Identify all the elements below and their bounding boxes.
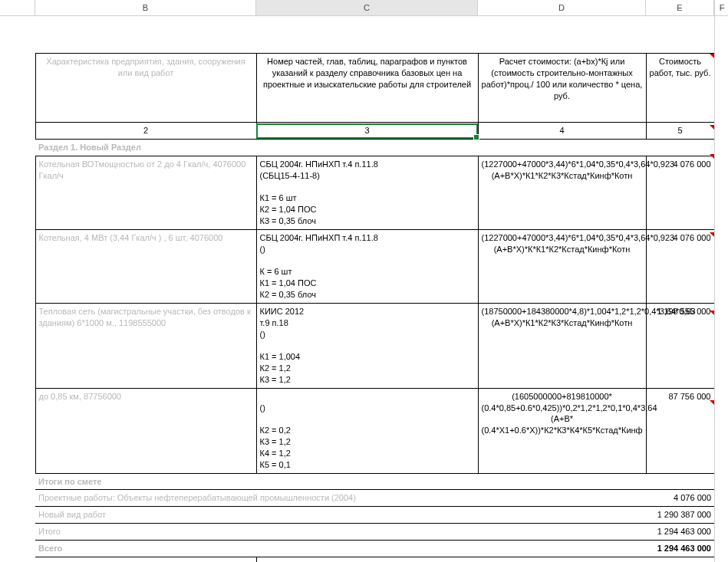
- num-B: 2: [35, 123, 256, 140]
- totals-line3-label: Итого: [35, 524, 646, 541]
- row3-C: КИИС 2012 т.9 п.18 () К1 = 1,004 К2 = 1,…: [256, 303, 478, 388]
- row4-C: () К2 = 0,2 К3 = 1,2 К4 = 1,2 К5 = 0,1: [256, 388, 478, 473]
- comment-indicator-icon: [710, 311, 714, 315]
- comment-indicator-icon: [710, 232, 714, 237]
- totals-row: Итого 1 294 463 000: [0, 524, 714, 541]
- comment-indicator-icon: [710, 54, 714, 58]
- totals-line1-value: 4 076 000: [646, 490, 714, 507]
- num-E: 5: [646, 123, 714, 140]
- col-header-gutter: [0, 0, 35, 15]
- row4-D: (1605000000+819810000*(0.4*0,85+0.6*0,42…: [478, 388, 646, 473]
- totals-line1-label: Проектные работы: Объекты нефтеперерабат…: [35, 490, 646, 507]
- row1-B: Котельная ВОТмощностью от 2 до 4 Гкал/ч,…: [35, 156, 256, 229]
- header-C[interactable]: Номер частей, глав, таблиц, параграфов и…: [256, 54, 478, 123]
- col-header-D[interactable]: D: [478, 0, 646, 15]
- totals-line4-value: 1 294 463 000: [646, 541, 714, 557]
- col-header-C[interactable]: C: [256, 0, 478, 15]
- row2-C: СБЦ 2004г. НПиНХП т.4 п.11.8 () К = 6 шт…: [256, 229, 478, 303]
- row1-C: СБЦ 2004г. НПиНХП т.4 п.11.8 (СБЦ15-4-11…: [256, 156, 478, 229]
- row4-B: до 0,85 км, 87756000: [35, 388, 256, 473]
- totals-row: Новый вид работ 1 290 387 000: [0, 507, 714, 524]
- totals-title-row: Итоги по смете: [0, 473, 714, 490]
- header-row: Характеристика предприятия, здания, соор…: [0, 54, 714, 123]
- column-letters-row: B C D E: [0, 0, 728, 16]
- header-D: Расчет стоимости: (a+bx)*Кj или (стоимос…: [478, 54, 646, 123]
- totals-title: Итоги по смете: [35, 473, 646, 490]
- comment-indicator-icon: [710, 154, 714, 159]
- data-row: Котельная ВОТмощностью от 2 до 4 Гкал/ч,…: [0, 156, 714, 229]
- row3-B: Тепловая сеть (магистральные участки, бе…: [35, 303, 256, 388]
- totals-line2-value: 1 290 387 000: [646, 507, 714, 524]
- row2-D: (1227000+47000*3,44)*6*1,04*0,35*0,4*3,6…: [478, 229, 646, 303]
- row1-D: (1227000+47000*3,44)*6*1,04*0,35*0,4*3,6…: [478, 156, 646, 229]
- row3-E: 1 198 555 000: [646, 303, 714, 388]
- num-D: 4: [478, 123, 646, 140]
- comment-indicator-icon: [710, 125, 714, 130]
- col-header-B[interactable]: B: [35, 0, 256, 15]
- col-header-E[interactable]: E: [646, 0, 714, 15]
- row3-D: (18750000+184380000*4,8)*1,004*1,2*1,2*0…: [478, 303, 646, 388]
- section-title-row: Раздел 1. Новый Раздел: [0, 139, 714, 156]
- data-row: Тепловая сеть (магистральные участки, бе…: [0, 303, 714, 388]
- number-row: 2 3 4 5: [0, 123, 714, 140]
- comment-indicator-icon: [710, 400, 714, 405]
- section-title: Раздел 1. Новый Раздел: [35, 139, 714, 156]
- data-row: до 0,85 км, 87756000 () К2 = 0,2 К3 = 1,…: [0, 388, 714, 473]
- row4-E: 87 756 000: [646, 388, 714, 473]
- row2-B: Котельная, 4 МВт (3,44 Гкал/ч ) , 6 шт, …: [35, 229, 256, 303]
- totals-row: Проектные работы: Объекты нефтеперерабат…: [0, 490, 714, 507]
- col-header-F[interactable]: F: [715, 0, 728, 16]
- data-row: Котельная, 4 МВт (3,44 Гкал/ч ) , 6 шт, …: [0, 229, 714, 303]
- col-F-sliver: F: [714, 0, 728, 562]
- totals-line2-label: Новый вид работ: [35, 507, 646, 524]
- num-C: 3: [256, 123, 478, 140]
- totals-line3-value: 1 294 463 000: [646, 524, 714, 541]
- header-B: Характеристика предприятия, здания, соор…: [35, 54, 256, 123]
- trailing-row: [0, 557, 714, 562]
- spreadsheet-table: Характеристика предприятия, здания, соор…: [0, 53, 715, 562]
- totals-row: Всего 1 294 463 000: [0, 541, 714, 557]
- totals-line4-label: Всего: [35, 541, 646, 557]
- header-E: Стоимость работ, тыс. руб.: [646, 54, 714, 123]
